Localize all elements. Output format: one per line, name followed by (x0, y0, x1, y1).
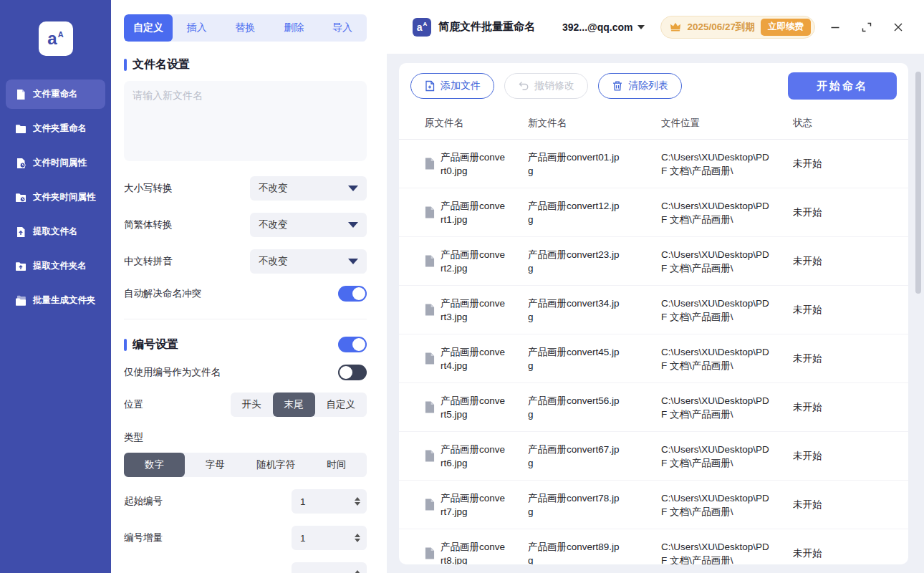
add-files-button[interactable]: 添加文件 (410, 73, 494, 99)
maximize-button[interactable] (860, 20, 874, 34)
original-filename: 产品画册convert8.jpg (441, 540, 506, 565)
sidebar-item-folder-time[interactable]: 文件夹时间属性 (6, 183, 105, 212)
file-icon (425, 401, 435, 413)
new-filename: 产品画册convert56.jpg (528, 394, 624, 421)
table-row[interactable]: 产品画册convert8.jpg 产品画册convert89.jpg C:\Us… (399, 529, 908, 564)
original-filename: 产品画册convert2.jpg (441, 248, 506, 275)
start-number-stepper[interactable]: 1 (292, 489, 367, 514)
table-row[interactable]: 产品画册convert1.jpg 产品画册convert12.jpg C:\Us… (399, 188, 908, 237)
type-random-button[interactable]: 随机字符 (246, 453, 307, 477)
col-location: 文件位置 (661, 117, 793, 130)
start-rename-button[interactable]: 开始命名 (788, 72, 897, 100)
crown-icon (670, 22, 681, 32)
increment-stepper[interactable]: 1 (292, 526, 367, 550)
position-start-button[interactable]: 开头 (231, 393, 273, 417)
renew-button[interactable]: 立即续费 (761, 19, 811, 36)
file-list-card: 添加文件 撤销修改 清除列表 开始命名 (399, 63, 908, 564)
original-filename: 产品画册convert0.jpg (441, 150, 506, 178)
case-conversion-select[interactable]: 不改变 (250, 176, 367, 201)
chevron-down-icon (637, 25, 645, 29)
logo-letter: a (47, 29, 57, 49)
number-type-label-row: 类型 (124, 431, 367, 444)
only-number-toggle[interactable] (338, 365, 367, 380)
table-row[interactable]: 产品画册convert2.jpg 产品画册convert23.jpg C:\Us… (399, 237, 908, 286)
type-time-button[interactable]: 时间 (306, 453, 367, 477)
status-text: 未开始 (793, 158, 908, 170)
position-end-button[interactable]: 末尾 (273, 393, 315, 417)
sidebar-item-extract-foldername[interactable]: 提取文件夹名 (6, 251, 105, 281)
sidebar-item-folder-rename[interactable]: 文件夹重命名 (6, 114, 105, 143)
undo-icon (518, 80, 529, 92)
simplified-traditional-select[interactable]: 不改变 (250, 213, 367, 237)
sidebar-item-extract-filename[interactable]: 提取文件名 (6, 217, 105, 246)
increment-row: 编号增量 1 (124, 526, 367, 550)
conflict-resolve-row: 自动解决命名冲突 (124, 286, 367, 302)
file-location: C:\Users\XU\Desktop\PDF 文档\产品画册\ (661, 199, 770, 226)
only-number-row: 仅使用编号作为文件名 (124, 365, 367, 380)
stepper-arrows[interactable] (355, 570, 367, 573)
scrollbar-thumb[interactable] (915, 72, 921, 294)
stepper-arrows[interactable] (355, 497, 367, 506)
file-location: C:\Users\XU\Desktop\PDF 文档\产品画册\ (661, 297, 770, 324)
number-position-row: 位置 开头 末尾 自定义 (124, 393, 367, 417)
folder-time-icon (14, 191, 27, 203)
new-filename-input[interactable] (124, 81, 367, 161)
tab-import[interactable]: 导入 (318, 14, 367, 42)
pinyin-select[interactable]: 不改变 (250, 249, 367, 274)
table-row[interactable]: 产品画册convert5.jpg 产品画册convert56.jpg C:\Us… (399, 383, 908, 432)
original-filename: 产品画册convert1.jpg (441, 199, 506, 226)
stepper-arrows[interactable] (355, 534, 367, 542)
table-row[interactable]: 产品画册convert0.jpg 产品画册convert01.jpg C:\Us… (399, 140, 908, 188)
simplified-traditional-row: 简繁体转换 不改变 (124, 213, 367, 237)
app-title: 简鹿文件批量重命名 (438, 20, 535, 34)
section-divider (124, 319, 367, 319)
account-dropdown[interactable]: 392...@qq.com (562, 21, 645, 33)
section-accent-bar (124, 59, 127, 71)
table-header: 原文件名 新文件名 文件位置 状态 (399, 107, 908, 140)
clipped-stepper[interactable] (292, 562, 367, 573)
new-filename: 产品画册convert23.jpg (528, 248, 624, 275)
original-filename: 产品画册convert5.jpg (441, 394, 506, 421)
table-row[interactable]: 产品画册convert7.jpg 产品画册convert78.jpg C:\Us… (399, 481, 908, 529)
table-row[interactable]: 产品画册convert4.jpg 产品画册convert45.jpg C:\Us… (399, 334, 908, 383)
position-custom-button[interactable]: 自定义 (315, 393, 367, 417)
status-text: 未开始 (793, 450, 908, 463)
close-button[interactable] (891, 20, 905, 34)
sidebar-item-batch-create-folder[interactable]: 批量生成文件夹 (6, 286, 105, 315)
add-file-icon (424, 80, 435, 92)
filename-settings-header: 文件名设置 (124, 57, 367, 72)
original-filename: 产品画册convert3.jpg (441, 297, 506, 324)
rename-mode-tabs: 自定义 插入 替换 删除 导入 (124, 14, 367, 42)
type-number-button[interactable]: 数字 (124, 453, 185, 477)
pinyin-row: 中文转拼音 不改变 (124, 249, 367, 274)
file-icon (425, 206, 435, 218)
minimize-button[interactable] (828, 20, 842, 34)
chevron-down-icon (348, 186, 358, 191)
status-text: 未开始 (793, 304, 908, 317)
table-row[interactable]: 产品画册convert6.jpg 产品画册convert67.jpg C:\Us… (399, 432, 908, 481)
main-area: aA 简鹿文件批量重命名 392...@qq.com 2025/06/27到期 … (387, 0, 924, 573)
sidebar: a A 文件重命名 文件夹重命名 文件时间属性 (0, 0, 111, 573)
extract-filename-icon (14, 226, 27, 238)
tab-custom[interactable]: 自定义 (124, 14, 173, 42)
start-number-row: 起始编号 1 (124, 489, 367, 514)
tab-delete[interactable]: 删除 (269, 14, 318, 42)
new-filename: 产品画册convert12.jpg (528, 199, 624, 226)
conflict-resolve-toggle[interactable] (338, 286, 367, 302)
table-row[interactable]: 产品画册convert3.jpg 产品画册convert34.jpg C:\Us… (399, 286, 908, 334)
original-filename: 产品画册convert4.jpg (441, 345, 506, 372)
type-letter-button[interactable]: 字母 (185, 453, 246, 477)
undo-button[interactable]: 撤销修改 (504, 73, 588, 99)
tab-replace[interactable]: 替换 (221, 14, 270, 42)
status-text: 未开始 (793, 401, 908, 414)
new-filename: 产品画册convert89.jpg (528, 540, 624, 565)
sidebar-item-file-time[interactable]: 文件时间属性 (6, 148, 105, 178)
sidebar-item-file-rename[interactable]: 文件重命名 (6, 80, 105, 109)
numbering-enable-toggle[interactable] (338, 337, 367, 352)
tab-insert[interactable]: 插入 (173, 14, 221, 42)
file-location: C:\Users\XU\Desktop\PDF 文档\产品画册\ (661, 345, 770, 372)
file-icon (425, 304, 435, 316)
status-text: 未开始 (793, 255, 908, 268)
file-location: C:\Users\XU\Desktop\PDF 文档\产品画册\ (661, 150, 770, 178)
clear-list-button[interactable]: 清除列表 (598, 73, 682, 99)
